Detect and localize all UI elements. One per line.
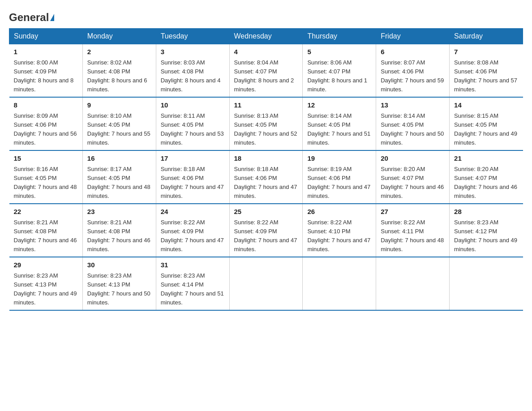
calendar-cell: 12Sunrise: 8:14 AMSunset: 4:05 PMDayligh… <box>303 97 376 150</box>
calendar-cell: 21Sunrise: 8:20 AMSunset: 4:07 PMDayligh… <box>450 150 523 204</box>
calendar-cell: 5Sunrise: 8:06 AMSunset: 4:07 PMDaylight… <box>303 44 376 98</box>
logo-general: General <box>9 11 49 24</box>
day-number: 2 <box>87 47 151 57</box>
day-number: 14 <box>454 100 518 111</box>
day-info: Sunrise: 8:13 AMSunset: 4:05 PMDaylight:… <box>234 111 298 148</box>
day-info: Sunrise: 8:15 AMSunset: 4:05 PMDaylight:… <box>454 111 518 148</box>
calendar-cell: 17Sunrise: 8:18 AMSunset: 4:06 PMDayligh… <box>156 150 229 204</box>
calendar-cell <box>229 257 303 310</box>
calendar-table: SundayMondayTuesdayWednesdayThursdayFrid… <box>9 28 523 311</box>
day-number: 11 <box>234 100 298 111</box>
day-number: 25 <box>234 207 298 217</box>
calendar-body: 1Sunrise: 8:00 AMSunset: 4:09 PMDaylight… <box>9 44 523 311</box>
day-number: 28 <box>454 207 518 217</box>
calendar-cell: 14Sunrise: 8:15 AMSunset: 4:05 PMDayligh… <box>450 97 523 150</box>
day-info: Sunrise: 8:17 AMSunset: 4:05 PMDaylight:… <box>87 165 151 201</box>
day-number: 6 <box>381 47 445 57</box>
day-info: Sunrise: 8:03 AMSunset: 4:08 PMDaylight:… <box>161 58 225 94</box>
calendar-cell: 10Sunrise: 8:11 AMSunset: 4:05 PMDayligh… <box>156 97 229 150</box>
calendar-header: SundayMondayTuesdayWednesdayThursdayFrid… <box>9 29 523 44</box>
week-row-1: 1Sunrise: 8:00 AMSunset: 4:09 PMDaylight… <box>9 44 523 98</box>
day-number: 23 <box>87 207 151 217</box>
header-friday: Friday <box>376 29 450 44</box>
header-thursday: Thursday <box>303 29 376 44</box>
day-info: Sunrise: 8:23 AMSunset: 4:13 PMDaylight:… <box>87 271 151 308</box>
day-number: 10 <box>161 100 225 111</box>
calendar-cell: 15Sunrise: 8:16 AMSunset: 4:05 PMDayligh… <box>9 150 83 204</box>
day-number: 20 <box>381 154 445 164</box>
day-info: Sunrise: 8:22 AMSunset: 4:09 PMDaylight:… <box>161 218 225 254</box>
day-info: Sunrise: 8:19 AMSunset: 4:06 PMDaylight:… <box>307 165 371 201</box>
calendar-cell: 30Sunrise: 8:23 AMSunset: 4:13 PMDayligh… <box>82 257 156 310</box>
day-number: 12 <box>307 100 371 111</box>
header-sunday: Sunday <box>9 29 83 44</box>
day-info: Sunrise: 8:20 AMSunset: 4:07 PMDaylight:… <box>454 165 518 201</box>
day-info: Sunrise: 8:18 AMSunset: 4:06 PMDaylight:… <box>234 165 298 201</box>
day-info: Sunrise: 8:23 AMSunset: 4:12 PMDaylight:… <box>454 218 518 254</box>
day-number: 27 <box>381 207 445 217</box>
header-row: SundayMondayTuesdayWednesdayThursdayFrid… <box>9 29 523 44</box>
day-number: 24 <box>161 207 225 217</box>
day-info: Sunrise: 8:23 AMSunset: 4:14 PMDaylight:… <box>161 271 225 308</box>
calendar-cell: 23Sunrise: 8:21 AMSunset: 4:08 PMDayligh… <box>82 204 156 257</box>
day-info: Sunrise: 8:23 AMSunset: 4:13 PMDaylight:… <box>14 271 78 308</box>
calendar-cell: 31Sunrise: 8:23 AMSunset: 4:14 PMDayligh… <box>156 257 229 310</box>
calendar-cell: 6Sunrise: 8:07 AMSunset: 4:06 PMDaylight… <box>376 44 450 98</box>
calendar-cell: 3Sunrise: 8:03 AMSunset: 4:08 PMDaylight… <box>156 44 229 98</box>
day-info: Sunrise: 8:22 AMSunset: 4:11 PMDaylight:… <box>381 218 445 254</box>
calendar-cell <box>303 257 376 310</box>
calendar-cell: 26Sunrise: 8:22 AMSunset: 4:10 PMDayligh… <box>303 204 376 257</box>
day-info: Sunrise: 8:22 AMSunset: 4:09 PMDaylight:… <box>234 218 298 254</box>
day-number: 29 <box>14 260 78 270</box>
day-number: 19 <box>307 154 371 164</box>
day-info: Sunrise: 8:22 AMSunset: 4:10 PMDaylight:… <box>307 218 371 254</box>
week-row-5: 29Sunrise: 8:23 AMSunset: 4:13 PMDayligh… <box>9 257 523 310</box>
calendar-cell: 22Sunrise: 8:21 AMSunset: 4:08 PMDayligh… <box>9 204 83 257</box>
day-info: Sunrise: 8:16 AMSunset: 4:05 PMDaylight:… <box>14 165 78 201</box>
day-info: Sunrise: 8:06 AMSunset: 4:07 PMDaylight:… <box>307 58 371 94</box>
day-number: 4 <box>234 47 298 57</box>
day-number: 18 <box>234 154 298 164</box>
calendar-cell <box>376 257 450 310</box>
day-info: Sunrise: 8:10 AMSunset: 4:05 PMDaylight:… <box>87 111 151 148</box>
day-number: 26 <box>307 207 371 217</box>
day-number: 13 <box>381 100 445 111</box>
logo: General <box>9 9 54 24</box>
day-number: 21 <box>454 154 518 164</box>
day-info: Sunrise: 8:00 AMSunset: 4:09 PMDaylight:… <box>14 58 78 94</box>
calendar-cell: 19Sunrise: 8:19 AMSunset: 4:06 PMDayligh… <box>303 150 376 204</box>
week-row-3: 15Sunrise: 8:16 AMSunset: 4:05 PMDayligh… <box>9 150 523 204</box>
day-number: 7 <box>454 47 518 57</box>
day-number: 3 <box>161 47 225 57</box>
calendar-cell: 29Sunrise: 8:23 AMSunset: 4:13 PMDayligh… <box>9 257 83 310</box>
calendar-cell: 20Sunrise: 8:20 AMSunset: 4:07 PMDayligh… <box>376 150 450 204</box>
header-wednesday: Wednesday <box>229 29 303 44</box>
calendar-cell: 2Sunrise: 8:02 AMSunset: 4:08 PMDaylight… <box>82 44 156 98</box>
day-number: 8 <box>14 100 78 111</box>
week-row-2: 8Sunrise: 8:09 AMSunset: 4:06 PMDaylight… <box>9 97 523 150</box>
day-number: 5 <box>307 47 371 57</box>
calendar-cell: 16Sunrise: 8:17 AMSunset: 4:05 PMDayligh… <box>82 150 156 204</box>
day-info: Sunrise: 8:09 AMSunset: 4:06 PMDaylight:… <box>14 111 78 148</box>
day-number: 30 <box>87 260 151 270</box>
calendar-cell: 4Sunrise: 8:04 AMSunset: 4:07 PMDaylight… <box>229 44 303 98</box>
day-info: Sunrise: 8:20 AMSunset: 4:07 PMDaylight:… <box>381 165 445 201</box>
day-info: Sunrise: 8:14 AMSunset: 4:05 PMDaylight:… <box>307 111 371 148</box>
calendar-cell: 9Sunrise: 8:10 AMSunset: 4:05 PMDaylight… <box>82 97 156 150</box>
day-number: 31 <box>161 260 225 270</box>
day-info: Sunrise: 8:08 AMSunset: 4:06 PMDaylight:… <box>454 58 518 94</box>
calendar-cell: 27Sunrise: 8:22 AMSunset: 4:11 PMDayligh… <box>376 204 450 257</box>
day-number: 22 <box>14 207 78 217</box>
calendar-cell: 24Sunrise: 8:22 AMSunset: 4:09 PMDayligh… <box>156 204 229 257</box>
calendar-cell: 11Sunrise: 8:13 AMSunset: 4:05 PMDayligh… <box>229 97 303 150</box>
day-number: 16 <box>87 154 151 164</box>
day-info: Sunrise: 8:21 AMSunset: 4:08 PMDaylight:… <box>87 218 151 254</box>
calendar-cell: 1Sunrise: 8:00 AMSunset: 4:09 PMDaylight… <box>9 44 83 98</box>
calendar-cell: 18Sunrise: 8:18 AMSunset: 4:06 PMDayligh… <box>229 150 303 204</box>
calendar-cell: 25Sunrise: 8:22 AMSunset: 4:09 PMDayligh… <box>229 204 303 257</box>
week-row-4: 22Sunrise: 8:21 AMSunset: 4:08 PMDayligh… <box>9 204 523 257</box>
calendar-cell: 13Sunrise: 8:14 AMSunset: 4:05 PMDayligh… <box>376 97 450 150</box>
day-number: 9 <box>87 100 151 111</box>
header-tuesday: Tuesday <box>156 29 229 44</box>
header-saturday: Saturday <box>450 29 523 44</box>
